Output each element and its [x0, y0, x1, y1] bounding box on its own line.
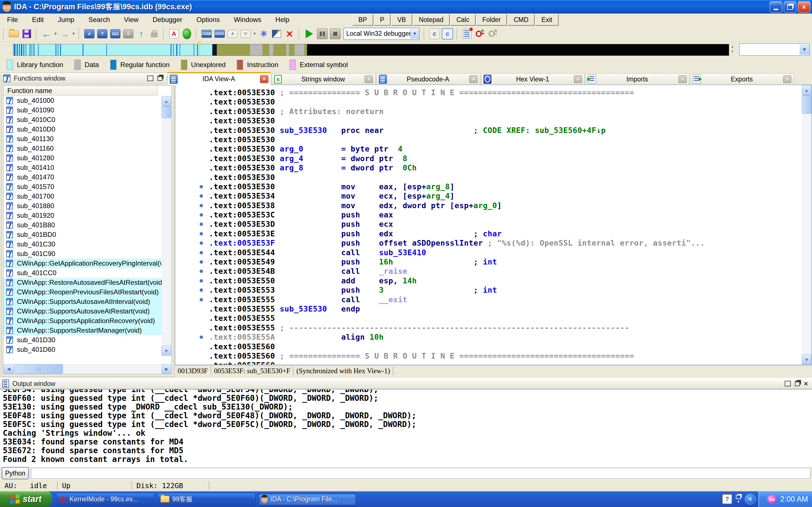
disasm-line[interactable]: .text:0053E560	[175, 342, 801, 351]
disasm-line[interactable]: .text:0053E544 call sub_53E410	[175, 248, 801, 257]
quick-button-cmd[interactable]: CMD	[508, 14, 534, 25]
disasm-line[interactable]: .text:0053E550 add esp, 14h	[175, 276, 801, 285]
function-list-item[interactable]: ƒsub_4010C0	[3, 115, 162, 124]
disasm-line[interactable]: .text:0053E54B call _raise	[175, 267, 801, 276]
function-list-item[interactable]: ƒsub_4010D0	[3, 124, 162, 134]
function-list-item[interactable]: ƒCWinApp::SupportsRestartManager(void)	[3, 326, 162, 335]
menu-item-search[interactable]: Search	[82, 16, 117, 24]
panel-maximize-icon[interactable]	[784, 381, 791, 386]
function-list-item[interactable]: ƒCWinApp::GetApplicationRecoveryPingInte…	[3, 259, 162, 268]
scroll-thumb[interactable]	[161, 106, 171, 118]
make-string-button[interactable]: 's'	[239, 27, 252, 40]
output-log[interactable]: 5E0F54: using guessed type int (__cdecl …	[0, 389, 812, 467]
combo-arrow-button[interactable]: ▼	[800, 45, 809, 55]
back-history-dropdown[interactable]: ▼	[53, 27, 58, 40]
disasm-line[interactable]: .text:0053E530 ; Attributes: noreturn	[175, 107, 801, 116]
quick-button-vb[interactable]: VB	[391, 14, 412, 25]
band-scroll-arrows[interactable]: ▲ ▼	[731, 45, 734, 53]
disasm-line[interactable]: .text:0053E530 arg_8 = dword ptr 0Ch	[175, 163, 801, 172]
disasm-line[interactable]: .text:0053E530 ; =============== S U B R…	[175, 88, 801, 97]
quick-button-calc[interactable]: Calc	[451, 14, 475, 25]
search-next-button[interactable]: #	[122, 27, 135, 40]
disasm-line[interactable]: .text:0053E530 mov eax, [esp+arg_8]	[175, 182, 801, 191]
minimize-button[interactable]	[770, 1, 782, 13]
functions-window-titlebar[interactable]: ƒ Functions window ×	[1, 73, 174, 84]
tab-exports[interactable]: Exports×	[690, 73, 794, 85]
restore-button[interactable]	[784, 1, 796, 13]
close-button[interactable]: ×	[798, 1, 810, 13]
tab-close-button[interactable]: ×	[574, 75, 582, 83]
function-list-item[interactable]: ƒCWinApp::SupportsAutosaveAtInterval(voi…	[3, 297, 162, 306]
disasm-line[interactable]: .text:0053E53C push eax	[175, 210, 801, 219]
attach-process-button[interactable]: c	[428, 27, 441, 40]
sound-tray-icon[interactable]: Oo	[767, 495, 777, 503]
run-until-return-button[interactable]: c	[441, 27, 454, 40]
functions-horizontal-scrollbar[interactable]: ◀ |||| ▶	[4, 364, 172, 374]
search-immediate-button[interactable]: #	[83, 27, 96, 40]
hide-tray-icons-button[interactable]: <	[745, 494, 756, 504]
scroll-right-button[interactable]: ▶	[161, 364, 172, 374]
quick-button-p[interactable]: P	[374, 14, 390, 25]
function-list-item[interactable]: ƒsub_401570	[3, 182, 162, 191]
forward-history-dropdown[interactable]: ▼	[71, 27, 76, 40]
scroll-thumb[interactable]: ||||	[14, 364, 63, 374]
tab-strings-window[interactable]: sStrings window×	[272, 73, 375, 85]
tab-close-button[interactable]: ×	[783, 75, 792, 83]
undefine-button[interactable]: ×	[283, 27, 296, 40]
lock-highlight-button[interactable]	[148, 27, 161, 40]
tab-close-button[interactable]: ×	[678, 75, 687, 83]
taskbar-task[interactable]: KernelMode - 99cs.ex...	[56, 493, 154, 505]
scroll-thumb[interactable]	[802, 95, 811, 114]
menu-item-help[interactable]: Help	[268, 16, 296, 24]
tab-hex-view-1[interactable]: Hex View-1×	[481, 73, 585, 85]
functions-vertical-scrollbar[interactable]: ▲ ▼	[161, 96, 171, 356]
open-file-button[interactable]	[7, 27, 20, 40]
disasm-line[interactable]: .text:0053E538 mov edx, dword ptr [esp+a…	[175, 201, 801, 210]
tab-pseudocode-a[interactable]: Pseudocode-A×	[376, 73, 480, 85]
make-code-button[interactable]: CODE	[200, 27, 213, 40]
output-window-titlebar[interactable]: Output window ×	[0, 379, 812, 389]
menu-item-view[interactable]: View	[117, 16, 146, 24]
tab-close-button[interactable]: ×	[260, 75, 268, 83]
disasm-line[interactable]: .text:0053E553 push 3 ; int	[175, 285, 801, 295]
save-button[interactable]	[20, 27, 33, 40]
debugger-selector[interactable]: Local Win32 debugger ▼	[343, 27, 419, 40]
ascii-string-style-button[interactable]: A	[167, 27, 181, 40]
disasm-line[interactable]: .text:0053E555 call __exit	[175, 295, 801, 304]
function-list-item[interactable]: ƒsub_401000	[3, 96, 162, 105]
function-list-item[interactable]: ƒsub_401700	[3, 191, 162, 201]
function-list-item[interactable]: ƒsub_401D60	[3, 345, 162, 354]
disassembly-listing[interactable]: .text:0053E530 ; =============== S U B R…	[175, 88, 801, 365]
help-tray-icon[interactable]: ?	[722, 494, 732, 504]
disasm-line[interactable]: .text:0053E555 sub_53E530 endp	[175, 304, 801, 314]
panel-maximize-icon[interactable]	[147, 75, 153, 81]
language-bar-icon[interactable]: ▼	[736, 495, 741, 503]
combo-arrow-button[interactable]: ▼	[410, 29, 419, 39]
quick-button-folder[interactable]: Folder	[476, 14, 507, 25]
disasm-line[interactable]: .text:0053E530	[175, 173, 801, 182]
function-list-item[interactable]: ƒsub_401C30	[3, 239, 162, 249]
disasm-line[interactable]: .text:0053E555 ; -----------------------…	[175, 323, 801, 332]
scroll-down-button[interactable]: ▼	[161, 346, 171, 356]
navigate-back-button[interactable]: ←	[40, 27, 53, 40]
function-name-column-header[interactable]: Function name	[3, 86, 158, 96]
function-list-item[interactable]: ƒsub_401CC0	[3, 268, 162, 278]
ida-view-a-panel[interactable]: .text:0053E530 ; =============== S U B R…	[175, 84, 812, 365]
disasm-line[interactable]: .text:0053E530 arg_0 = byte ptr 4	[175, 144, 801, 154]
function-list-item[interactable]: ƒsub_401BD0	[3, 230, 162, 239]
disasm-vertical-scrollbar[interactable]: ▲ ▼	[802, 85, 811, 364]
menu-item-windows[interactable]: Windows	[227, 16, 268, 24]
scroll-up-button[interactable]: ▲	[802, 85, 811, 95]
quick-button-exit[interactable]: Exit	[536, 14, 558, 25]
delete-breakpoint-button[interactable]: ×	[487, 27, 500, 40]
disasm-line[interactable]: .text:0053E530	[175, 116, 801, 125]
menu-item-options[interactable]: Options	[190, 16, 227, 24]
make-data-button[interactable]: DATA	[213, 27, 226, 40]
menu-item-file[interactable]: File	[0, 16, 25, 24]
menu-item-jump[interactable]: Jump	[51, 16, 82, 24]
disasm-line[interactable]: .text:0053E53D push ecx	[175, 219, 801, 229]
function-list-item[interactable]: ƒsub_401920	[3, 211, 162, 220]
scroll-up-button[interactable]: ▲	[161, 96, 171, 106]
disasm-line[interactable]: .text:0053E530 arg_4 = dword ptr 8	[175, 154, 801, 163]
scroll-down-button[interactable]: ▼	[802, 354, 811, 364]
